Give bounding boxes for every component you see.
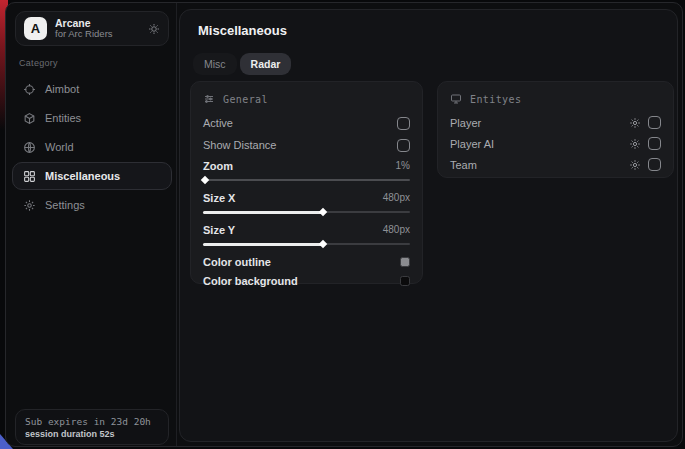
sidebar-item-entities[interactable]: Entities xyxy=(12,104,172,132)
color-outline-swatch[interactable] xyxy=(400,257,410,267)
session-duration-text: session duration 52s xyxy=(25,429,159,439)
sidebar-nav: Aimbot Entities Wo xyxy=(12,75,172,219)
gear-icon xyxy=(23,199,36,212)
monitor-icon xyxy=(450,93,462,105)
sub-expiry-text: Sub expires in 23d 20h xyxy=(25,416,159,427)
zoom-slider[interactable] xyxy=(203,175,410,185)
zoom-row: Zoom 1% xyxy=(203,156,410,175)
slider-fill xyxy=(203,243,323,246)
sidebar-item-label: Aimbot xyxy=(45,83,79,95)
active-checkbox[interactable] xyxy=(397,117,410,130)
brand-card[interactable]: A Arcane for Arc Riders xyxy=(15,11,169,46)
sliders-icon xyxy=(203,93,215,105)
color-background-swatch[interactable] xyxy=(400,276,410,286)
sidebar-item-aimbot[interactable]: Aimbot xyxy=(12,75,172,103)
size-x-slider[interactable] xyxy=(203,207,410,217)
general-panel-header: General xyxy=(203,91,410,107)
screen: A Arcane for Arc Riders Category xyxy=(0,0,685,449)
sidebar-item-label: World xyxy=(45,141,74,153)
size-y-slider[interactable] xyxy=(203,239,410,249)
gear-icon[interactable] xyxy=(629,117,641,129)
crosshair-icon xyxy=(23,83,36,96)
player-ai-label: Player AI xyxy=(450,138,494,150)
subscription-card: Sub expires in 23d 20h session duration … xyxy=(15,409,169,445)
color-outline-label: Color outline xyxy=(203,256,271,268)
player-checkbox[interactable] xyxy=(648,116,661,129)
sidebar-item-world[interactable]: World xyxy=(12,133,172,161)
team-checkbox[interactable] xyxy=(648,158,661,171)
slider-thumb[interactable] xyxy=(319,208,327,216)
color-outline-row: Color outline xyxy=(203,252,410,271)
gear-icon[interactable] xyxy=(629,138,641,150)
app-window: A Arcane for Arc Riders Category xyxy=(5,2,683,447)
entities-panel-title: Entityes xyxy=(470,94,521,105)
slider-thumb[interactable] xyxy=(319,240,327,248)
tab-bar: Misc Radar xyxy=(193,53,291,75)
sidebar-item-label: Entities xyxy=(45,112,81,124)
zoom-value: 1% xyxy=(396,160,410,171)
sidebar: A Arcane for Arc Riders Category xyxy=(6,3,177,446)
color-background-row: Color background xyxy=(203,271,410,290)
size-y-label: Size Y xyxy=(203,224,235,236)
team-label: Team xyxy=(450,159,477,171)
show-distance-label: Show Distance xyxy=(203,139,276,151)
slider-thumb[interactable] xyxy=(201,176,209,184)
color-background-label: Color background xyxy=(203,275,298,287)
general-panel: General Active Show Distance Zoom 1% xyxy=(190,81,423,284)
player-ai-checkbox[interactable] xyxy=(648,137,661,150)
general-panel-title: General xyxy=(223,94,268,105)
slider-track xyxy=(203,179,410,181)
grid-icon xyxy=(23,170,36,183)
active-label: Active xyxy=(203,117,233,129)
size-y-value: 480px xyxy=(383,224,410,235)
entities-panel-header: Entityes xyxy=(450,91,661,107)
brand-subtitle: for Arc Riders xyxy=(55,29,113,40)
globe-icon xyxy=(23,141,36,154)
size-x-label: Size X xyxy=(203,192,235,204)
zoom-label: Zoom xyxy=(203,160,233,172)
slider-fill xyxy=(203,211,323,214)
entities-icon xyxy=(23,112,36,125)
main-content: Miscellaneous Misc Radar General xyxy=(179,9,678,442)
gear-icon[interactable] xyxy=(629,159,641,171)
team-row: Team xyxy=(450,154,661,175)
sidebar-item-label: Settings xyxy=(45,199,85,211)
brand-text: Arcane for Arc Riders xyxy=(55,17,113,40)
tab-misc[interactable]: Misc xyxy=(193,53,237,75)
size-x-value: 480px xyxy=(383,192,410,203)
entities-panel: Entityes Player P xyxy=(437,81,674,178)
sidebar-item-settings[interactable]: Settings xyxy=(12,191,172,219)
show-distance-checkbox[interactable] xyxy=(397,139,410,152)
app-logo: A xyxy=(24,17,47,40)
page-title: Miscellaneous xyxy=(198,23,287,38)
sidebar-item-label: Miscellaneous xyxy=(45,170,120,182)
player-label: Player xyxy=(450,117,481,129)
category-label: Category xyxy=(19,58,58,68)
size-x-row: Size X 480px xyxy=(203,188,410,207)
player-row: Player xyxy=(450,112,661,133)
size-y-row: Size Y 480px xyxy=(203,220,410,239)
tab-radar[interactable]: Radar xyxy=(240,53,292,75)
player-ai-row: Player AI xyxy=(450,133,661,154)
active-row: Active xyxy=(203,112,410,134)
gear-icon[interactable] xyxy=(148,23,160,35)
show-distance-row: Show Distance xyxy=(203,134,410,156)
sidebar-item-miscellaneous[interactable]: Miscellaneous xyxy=(12,162,172,190)
